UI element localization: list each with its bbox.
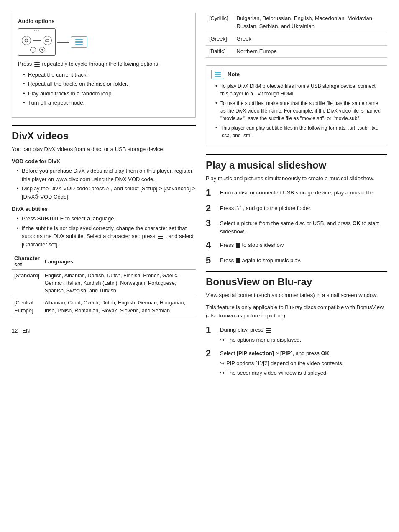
table-row: [Baltic] Northern Europe bbox=[206, 45, 387, 58]
right-lang-table: [Cyrillic] Bulgarian, Belorussian, Engli… bbox=[206, 13, 387, 58]
audio-bullet-4: Turn off a repeat mode. bbox=[23, 99, 189, 107]
langs-cyrillic: Bulgarian, Belorussian, English, Macedon… bbox=[233, 13, 388, 33]
divx-videos-title: DivX videos bbox=[12, 125, 196, 142]
audio-bullet-2: Repeat all the tracks on the disc or fol… bbox=[23, 80, 189, 88]
inline-menu-icon-3 bbox=[265, 327, 272, 333]
diagram-box: ··· bbox=[18, 28, 56, 56]
bonusview-intro2: This feature is only applicable to Blu-r… bbox=[206, 303, 387, 320]
bonusview-section: BonusView on Blu-ray View special conten… bbox=[206, 271, 387, 377]
bonusview-step-1: 1 During play, press bbox=[206, 325, 387, 344]
note-list: To play DivX DRM protected files from a … bbox=[211, 82, 382, 139]
diagram-menu-icon bbox=[71, 36, 87, 48]
diagram-connector bbox=[57, 42, 69, 43]
subtitle-bullet-1: Press SUBTITLE to select a language. bbox=[17, 215, 196, 223]
page: Audio options ··· bbox=[0, 0, 399, 532]
home-icon: ⌂ bbox=[106, 185, 110, 192]
slideshow-intro: Play music and pictures simultaneously t… bbox=[206, 174, 387, 183]
langs-greek: Greek bbox=[233, 33, 388, 45]
svg-point-0 bbox=[25, 39, 28, 42]
bonusview-steps: 1 During play, press bbox=[206, 325, 387, 377]
audio-options-section: Audio options ··· bbox=[12, 13, 196, 118]
left-column: Audio options ··· bbox=[12, 13, 196, 519]
slideshow-step-3: 3 Select a picture from the same disc or… bbox=[206, 218, 387, 235]
slideshow-step-2: 2 Press ℳ , and go to the picture folder… bbox=[206, 203, 387, 214]
bonusview-step2-sub2: ↪ The secondary video window is displaye… bbox=[220, 369, 343, 377]
slideshow-step-5: 5 Press again to stop music play. bbox=[206, 255, 387, 266]
svg-rect-1 bbox=[46, 40, 49, 42]
bonusview-step1-sub: ↪ The options menu is displayed. bbox=[220, 336, 301, 344]
vod-bullet-2: Display the DivX VOD code: press ⌂ , and… bbox=[17, 184, 196, 201]
press-text: Press repeatedly to cycle through the fo… bbox=[18, 60, 189, 68]
bonusview-step2-sub1: ↪ PIP options [1]/[2] depend on the vide… bbox=[220, 359, 343, 368]
table-header-languages: Languages bbox=[42, 253, 196, 270]
note-item-3: This player can play subtitle files in t… bbox=[215, 124, 382, 139]
bonusview-step2-text: Select [PIP selection] > [PIP], and pres… bbox=[220, 349, 343, 358]
note-item-2: To use the subtitles, make sure that the… bbox=[215, 100, 382, 122]
diagram-dots: ··· bbox=[34, 28, 40, 33]
audio-diagram: ··· bbox=[18, 28, 189, 56]
diagram-circle-1 bbox=[22, 36, 31, 45]
note-header: Note bbox=[211, 70, 382, 79]
bonusview-intro1: View special content (such as commentari… bbox=[206, 291, 387, 299]
bonusview-title: BonusView on Blu-ray bbox=[206, 271, 387, 288]
slideshow-steps: 1 From a disc or connected USB storage d… bbox=[206, 187, 387, 266]
stop-icon bbox=[236, 243, 240, 248]
note-icon bbox=[211, 70, 224, 79]
langs-standard: English, Albanian, Danish, Dutch, Finnis… bbox=[42, 270, 196, 297]
play-slideshow-section: Play a musical slideshow Play music and … bbox=[206, 154, 387, 266]
diagram-circle-2 bbox=[43, 36, 52, 45]
langs-baltic: Northern Europe bbox=[233, 45, 388, 58]
audio-options-bullets: Repeat the current track. Repeat all the… bbox=[18, 71, 189, 107]
vod-bullet-1: Before you purchase DivX videos and play… bbox=[17, 167, 196, 183]
page-number: 12 bbox=[12, 327, 18, 334]
divx-videos-section: DivX videos You can play DivX videos fro… bbox=[12, 125, 196, 318]
audio-options-title: Audio options bbox=[18, 18, 189, 24]
slideshow-step-1: 1 From a disc or connected USB storage d… bbox=[206, 187, 387, 198]
subtitles-bullets: Press SUBTITLE to select a language. If … bbox=[12, 215, 196, 248]
slideshow-step-4: 4 Press to stop slideshow. bbox=[206, 240, 387, 251]
audio-bullet-3: Play audio tracks in a random loop. bbox=[23, 90, 189, 98]
table-row: [CentralEurope] Albanian, Croat, Czech, … bbox=[12, 297, 196, 317]
charset-cyrillic: [Cyrillic] bbox=[206, 13, 233, 33]
note-item-1: To play DivX DRM protected files from a … bbox=[215, 82, 382, 97]
inline-menu-icon-2 bbox=[157, 233, 166, 239]
vod-bullets: Before you purchase DivX videos and play… bbox=[12, 167, 196, 201]
right-column: [Cyrillic] Bulgarian, Belorussian, Engli… bbox=[206, 13, 387, 519]
langs-central: Albanian, Croat, Czech, Dutch, English, … bbox=[42, 297, 196, 317]
note-box: Note To play DivX DRM protected files fr… bbox=[206, 65, 387, 146]
page-lang: EN bbox=[22, 327, 30, 334]
table-row: [Greek] Greek bbox=[206, 33, 387, 45]
vod-code-title: VOD code for DivX bbox=[12, 158, 196, 164]
slideshow-title: Play a musical slideshow bbox=[206, 154, 387, 171]
inline-menu-icon-1 bbox=[33, 61, 42, 67]
bonusview-step1-text: During play, press bbox=[220, 326, 301, 334]
note-title: Note bbox=[228, 70, 240, 79]
charset-central: [CentralEurope] bbox=[12, 297, 42, 317]
stop-icon-2 bbox=[236, 258, 240, 263]
table-row: [Cyrillic] Bulgarian, Belorussian, Engli… bbox=[206, 13, 387, 33]
subtitle-bullet-2: If the subtitle is not displayed correct… bbox=[17, 224, 196, 249]
d-icon: ℳ bbox=[235, 205, 241, 211]
subtitles-title: DivX subtitles bbox=[12, 206, 196, 212]
charset-greek: [Greek] bbox=[206, 33, 233, 45]
divx-intro: You can play DivX videos from a disc, or… bbox=[12, 145, 196, 153]
bonusview-step-2: 2 Select [PIP selection] > [PIP], and pr… bbox=[206, 348, 387, 377]
character-table: Characterset Languages [Standard] Englis… bbox=[12, 253, 196, 317]
page-footer: 12 EN bbox=[12, 327, 196, 334]
audio-bullet-1: Repeat the current track. bbox=[23, 71, 189, 79]
charset-standard: [Standard] bbox=[12, 270, 42, 297]
table-header-charset: Characterset bbox=[12, 253, 42, 270]
table-row: [Standard] English, Albanian, Danish, Du… bbox=[12, 270, 196, 297]
charset-baltic: [Baltic] bbox=[206, 45, 233, 58]
